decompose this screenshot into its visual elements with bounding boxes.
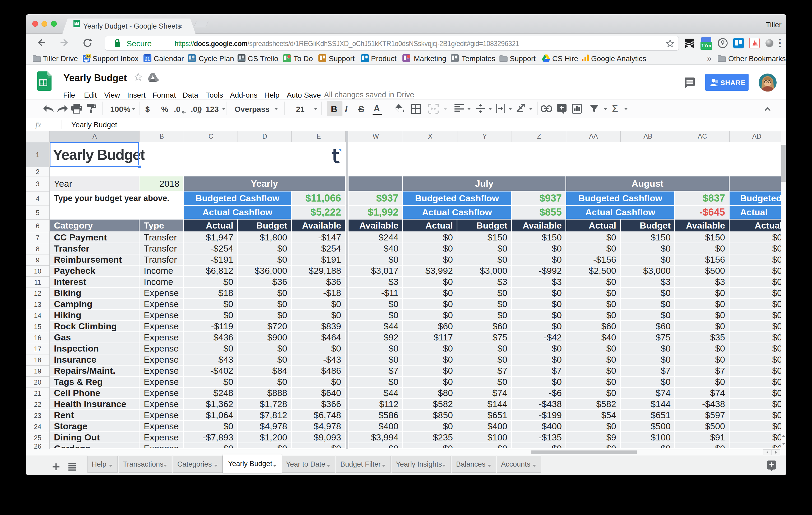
svg-text:21: 21 (145, 57, 150, 62)
svg-text:63: 63 (87, 54, 90, 57)
